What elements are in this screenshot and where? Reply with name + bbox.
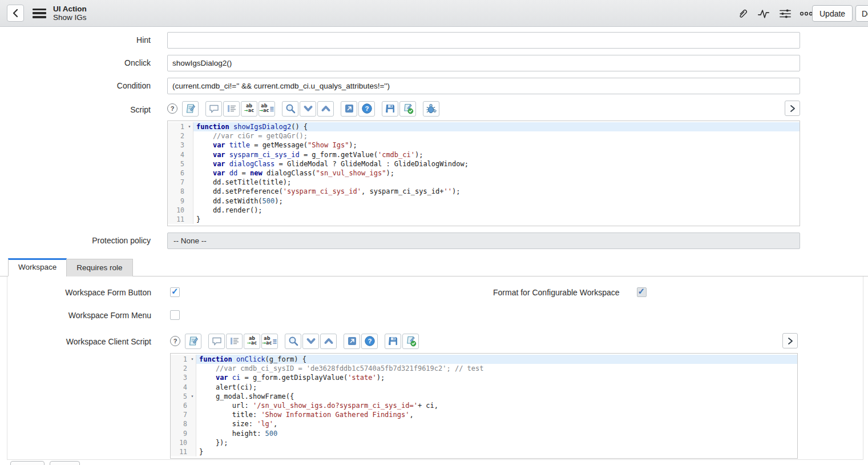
syntax-check-button[interactable] (402, 334, 419, 349)
replace-all-button[interactable]: ab→ac≣ (261, 334, 278, 349)
search-icon (288, 335, 299, 347)
api-help-icon: ? (361, 103, 373, 114)
page-title: UI Action (53, 5, 87, 13)
back-button[interactable] (7, 5, 24, 22)
save-button[interactable] (385, 334, 401, 349)
workspace-form-menu-row: Workspace Form Menu ✓ (7, 310, 863, 320)
code-line: 2 //var ciGr = getQaGr(); (168, 131, 800, 141)
line-number: 7 (168, 178, 186, 187)
code-line: 11} (171, 447, 797, 456)
syntax-check-button[interactable] (399, 101, 416, 117)
checkmark-icon: ✓ (171, 286, 179, 296)
code-line: 8 dd.setPreference('sysparm_ci_sys_id', … (168, 187, 800, 196)
activity-pulse-icon (757, 7, 770, 20)
code-text: } (196, 447, 797, 456)
code-text: var dd = new dialogClass("sn_vul_show_ig… (193, 169, 800, 178)
delete-button[interactable]: Delete (855, 5, 868, 22)
format-indent-button[interactable] (223, 101, 240, 117)
debug-button[interactable] (423, 101, 439, 117)
code-line: 1▾function onClick(g_form) { (171, 355, 797, 364)
code-text: dd.setTitle(title); (193, 178, 800, 187)
condition-label: Condition (0, 78, 151, 94)
syntax-check-icon (405, 335, 417, 347)
field-help-icon[interactable]: ? (167, 103, 177, 114)
code-line: 3 var title = getMessage("Show Igs"); (168, 141, 800, 150)
replace-all-button[interactable]: ab→ac≣ (259, 101, 275, 117)
format-indent-icon (229, 335, 240, 347)
open-popout-button[interactable] (344, 334, 360, 349)
api-help-button[interactable]: ? (358, 101, 375, 117)
find-next-button[interactable] (302, 334, 319, 349)
format-configurable-checkbox[interactable]: ✓ (637, 287, 647, 297)
code-line: 7 dd.setTitle(title); (168, 178, 800, 187)
fold-gutter (189, 410, 196, 419)
context-menu-icon[interactable] (33, 9, 46, 18)
fold-gutter (186, 187, 193, 196)
find-previous-button[interactable] (317, 101, 334, 117)
line-number: 4 (171, 383, 189, 392)
workspace-form-button-checkbox[interactable]: ✓ (170, 287, 180, 297)
search-button[interactable] (285, 334, 301, 349)
field-help-icon[interactable]: ? (170, 336, 180, 346)
fold-arrow-icon[interactable]: ▾ (189, 392, 196, 401)
find-previous-icon (320, 103, 332, 114)
tab-requires-role[interactable]: Requires role (66, 259, 132, 276)
fold-arrow-icon[interactable]: ▾ (189, 355, 196, 364)
editor-expand-button[interactable] (782, 333, 798, 348)
api-help-button[interactable]: ? (361, 334, 378, 349)
script-code-editor[interactable]: 1▾function showIgsDialog2() {2 //var ciG… (167, 121, 800, 226)
code-text: dd.setWidth(500); (193, 197, 800, 206)
find-previous-button[interactable] (320, 334, 337, 349)
toggle-comment-button[interactable] (205, 101, 222, 117)
fold-arrow-icon[interactable]: ▾ (186, 122, 193, 131)
format-configurable-label: Format for Configurable Workspace (493, 287, 620, 297)
save-button[interactable] (382, 101, 398, 117)
script-editor-toolbar: ?ab→acab→ac≣? (167, 101, 800, 117)
replace-button[interactable]: ab→ac (244, 334, 260, 349)
onclick-input[interactable] (167, 55, 800, 71)
line-number: 10 (171, 438, 189, 447)
code-text: var sysparm_ci_sys_id = g_form.getValue(… (193, 150, 800, 159)
client-script-code-editor[interactable]: 1▾function onClick(g_form) {2 //var cmdb… (170, 353, 798, 459)
replace-button[interactable]: ab→ac (241, 101, 257, 117)
toggle-comment-button[interactable] (208, 334, 225, 349)
toolbar-group (282, 101, 334, 117)
update-button[interactable]: Update (812, 5, 853, 22)
activity-stream-button[interactable] (756, 6, 771, 21)
toolbar-group: ? (341, 101, 375, 117)
line-number: 9 (171, 429, 189, 438)
line-number: 8 (171, 419, 189, 428)
tab-workspace[interactable]: Workspace (8, 258, 67, 276)
line-number: 11 (168, 215, 186, 224)
workspace-form-button-row: Workspace Form Button ✓ Format for Confi… (7, 287, 863, 297)
code-line: 10 }); (171, 438, 797, 447)
toolbar-group (423, 101, 439, 117)
format-indent-button[interactable] (226, 334, 243, 349)
fold-gutter (189, 447, 196, 456)
search-button[interactable] (282, 101, 298, 117)
find-next-icon (305, 335, 317, 347)
protection-policy-field: -- None -- (167, 232, 800, 249)
bottom-delete-button[interactable] (50, 461, 80, 465)
save-icon (387, 335, 399, 347)
hint-input[interactable] (167, 32, 800, 49)
page-subtitle: Show IGs (53, 13, 87, 22)
script-row: Script ?ab→acab→ac≣? 1▾function showIgsD… (0, 101, 868, 226)
find-next-button[interactable] (300, 101, 316, 117)
code-line: 4 var sysparm_ci_sys_id = g_form.getValu… (168, 150, 800, 159)
open-popout-button[interactable] (341, 101, 357, 117)
line-number: 5 (168, 159, 186, 169)
condition-input[interactable] (167, 78, 800, 94)
editor-expand-button[interactable] (785, 101, 800, 116)
personalize-form-button[interactable] (778, 6, 793, 21)
attachment-button[interactable] (735, 6, 750, 21)
svg-text:?: ? (365, 105, 369, 112)
format-code-button[interactable] (185, 334, 201, 349)
line-number: 4 (168, 150, 186, 159)
code-line: 2 //var cmdb_ci_sysID = 'de3628fddb1c574… (171, 364, 797, 373)
hint-row: Hint (0, 32, 868, 49)
workspace-form-menu-checkbox[interactable]: ✓ (170, 310, 180, 320)
format-indent-icon (226, 103, 237, 114)
format-code-button[interactable] (182, 101, 199, 117)
bottom-update-button[interactable] (10, 461, 45, 465)
